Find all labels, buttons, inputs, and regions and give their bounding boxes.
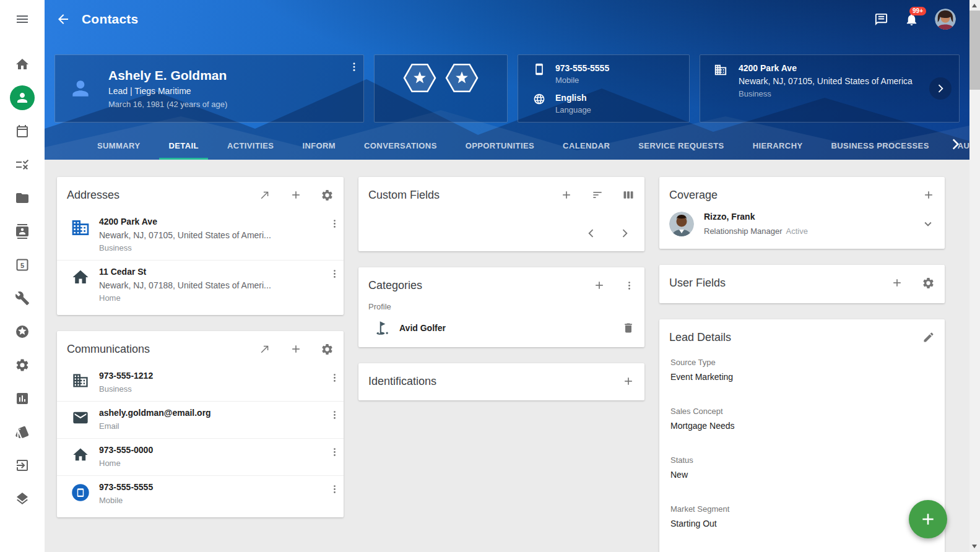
lead-field-value: Starting Out [670,519,934,528]
delete-category-trash-icon[interactable] [622,321,635,335]
sidebar-item-number5[interactable]: 5 [15,257,30,272]
category-item[interactable]: Avid Golfer [358,317,644,347]
chevron-down-icon[interactable] [921,217,935,231]
add-fab-button[interactable] [909,500,947,538]
sidebar-item-calendar[interactable] [15,124,30,139]
address-line2: Newark, NJ, 07105, United States of Amer… [739,76,913,86]
vertical-scrollbar[interactable] [969,0,980,552]
tab-detail[interactable]: DETAIL [154,131,212,160]
tabs-overflow-chevron-icon[interactable] [947,136,963,152]
communication-item-menu-icon[interactable] [329,445,340,459]
content-area: Contacts 99+ [45,0,969,552]
communications-settings-gear-icon[interactable] [321,342,334,356]
profile-summary-card[interactable]: Ashely E. Goldman Lead | Tiegs Maritime … [54,54,364,123]
tab-hierarchy[interactable]: HIERARCHY [739,131,817,160]
address-list-item[interactable]: 11 Cedar St Newark, NJ, 07188, United St… [57,260,344,310]
open-addresses-icon[interactable] [259,188,271,202]
scroll-down-arrow-icon[interactable] [972,545,977,548]
add-user-field-icon[interactable] [891,276,903,290]
address-line1: 4200 Park Ave [739,63,913,73]
communication-item-menu-icon[interactable] [329,482,340,496]
scroll-up-arrow-icon[interactable] [972,4,977,7]
communication-value: ashely.goldman@email.org [99,408,329,418]
communication-value: 973-555-0000 [99,445,329,455]
chevron-right-icon[interactable] [618,226,631,240]
contact-methods-card[interactable]: 973-555-5555 Mobile English Language [518,54,690,123]
communication-item-menu-icon[interactable] [329,408,340,421]
add-identification-icon[interactable] [622,374,635,388]
address-list-item[interactable]: 4200 Park Ave Newark, NJ, 07105, United … [57,210,344,260]
sidebar-item-analytics[interactable] [15,391,30,406]
primary-address-card[interactable]: 4200 Park Ave Newark, NJ, 07105, United … [700,54,960,123]
sidebar-item-layers[interactable] [15,491,30,506]
lead-field: Sales Concept Mortgage Needs [670,407,934,431]
lead-field: Market Segment Starting Out [670,504,934,528]
user-avatar[interactable] [935,9,956,30]
tab-calendar[interactable]: CALENDAR [549,131,624,160]
lead-details-card: Lead Details Source Type Event Marketing… [659,319,945,552]
tab-opportunities[interactable]: OPPORTUNITIES [451,131,549,160]
page-title: Contacts [82,12,138,27]
app-header: Contacts 99+ [45,0,969,160]
sidebar-item-folder[interactable] [15,191,30,205]
tab-business-processes[interactable]: BUSINESS PROCESSES [817,131,943,160]
columns-view-icon[interactable] [622,188,635,202]
categories-menu-icon[interactable] [624,278,635,292]
open-communications-icon[interactable] [259,342,271,356]
address-item-menu-icon[interactable] [329,217,340,230]
sidebar-item-settings[interactable] [15,358,30,373]
chat-icon[interactable] [874,12,888,27]
sidebar-item-tags[interactable] [15,425,30,439]
profile-menu-button[interactable] [349,60,360,74]
tab-service-requests[interactable]: SERVICE REQUESTS [624,131,738,160]
primary-phone-value: 973-555-5555 [555,63,609,73]
sidebar-item-tasks[interactable] [15,157,30,172]
add-address-icon[interactable] [290,188,302,202]
user-fields-card: User Fields [659,265,945,303]
tab-activities[interactable]: ACTIVITIES [213,131,288,160]
tab-summary[interactable]: SUMMARY [83,131,154,160]
notifications-bell-icon[interactable]: 99+ [904,12,919,27]
communication-list-item[interactable]: 973-555-1212 Business [57,364,344,401]
coverage-role: Relationship Manager [704,226,782,236]
sidebar-item-tools[interactable] [15,291,30,306]
contact-subtitle: Lead | Tiegs Maritime [108,86,227,96]
tab-conversations[interactable]: CONVERSATIONS [350,131,451,160]
communication-item-menu-icon[interactable] [329,371,340,384]
communication-list-item[interactable]: 973-555-0000 Home [57,438,344,475]
sort-icon[interactable] [591,188,604,202]
coverage-title: Coverage [669,189,718,202]
badges-card[interactable] [374,54,508,123]
add-communication-icon[interactable] [290,342,302,356]
category-group-label: Profile [358,301,644,317]
coverage-list-item[interactable]: Rizzo, Frank Relationship ManagerActive [659,210,945,249]
sidebar-item-home[interactable] [15,57,30,72]
sidebar-item-contacts[interactable] [10,85,35,110]
communication-list-item[interactable]: 973-555-5555 Mobile [57,475,344,512]
sidebar-item-signin[interactable] [15,458,30,473]
lead-field-label: Source Type [670,358,934,367]
address-item-menu-icon[interactable] [329,267,340,280]
sidebar-item-contact-card[interactable] [15,224,30,239]
edit-pencil-icon[interactable] [922,330,935,344]
scrollbar-thumb[interactable] [969,11,980,90]
add-custom-field-icon[interactable] [560,188,573,202]
communication-value: 973-555-1212 [99,371,329,381]
add-coverage-icon[interactable] [922,188,935,202]
lead-field: Status New [670,455,934,480]
address-type-label: Business [739,89,913,98]
column-3: Coverage [659,177,945,552]
add-category-icon[interactable] [593,278,605,292]
chevron-right-icon[interactable] [929,77,952,100]
user-fields-settings-gear-icon[interactable] [922,276,935,290]
hamburger-menu-icon[interactable] [15,12,30,27]
lead-field-label: Sales Concept [670,407,934,416]
plus-icon [920,511,936,527]
addresses-settings-gear-icon[interactable] [321,188,334,202]
back-arrow-icon[interactable] [56,12,71,27]
communication-list-item[interactable]: ashely.goldman@email.org Email [57,401,344,438]
primary-phone-label: Mobile [555,75,609,85]
tab-inform[interactable]: INFORM [288,131,350,160]
sidebar-item-badges[interactable] [15,324,30,339]
chevron-left-icon[interactable] [585,226,597,240]
